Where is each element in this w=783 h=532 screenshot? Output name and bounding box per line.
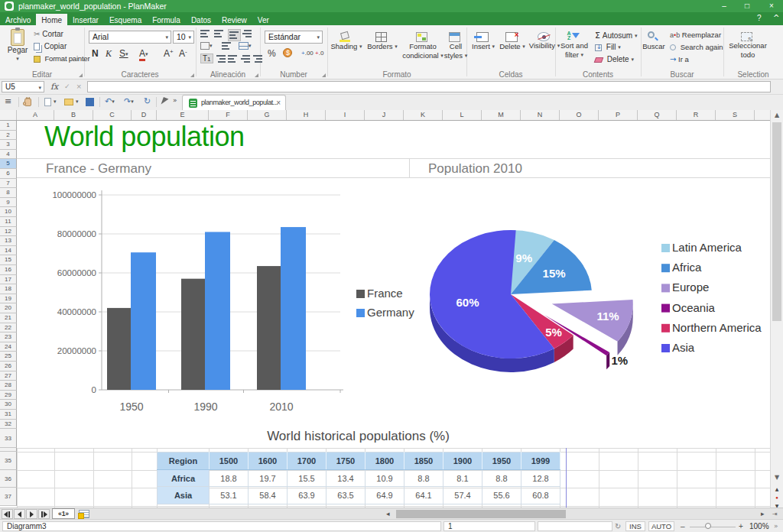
column-header-H[interactable]: H [287, 110, 326, 120]
number-format-combo[interactable]: Estándar▾ [265, 31, 323, 44]
valign-icon-0[interactable] [200, 29, 210, 38]
active-sheet-tab[interactable]: «1» [52, 508, 75, 519]
table-cell[interactable]: 64.9 [366, 487, 404, 504]
sort-filter-button[interactable]: AZSort and filter ▾ [557, 29, 592, 72]
column-header-R[interactable]: R [677, 110, 716, 120]
table-header-cell[interactable]: Region [158, 453, 210, 470]
confirm-icon[interactable]: ✓ [64, 83, 70, 90]
column-header-C[interactable]: C [93, 110, 132, 120]
table-cell[interactable]: 55.6 [482, 487, 521, 504]
column-headers[interactable]: ABCDEFGHIJKLMNOPQRS [0, 110, 783, 121]
format-painter-button[interactable]: Format painter [34, 54, 89, 63]
minimize-button[interactable]: – [714, 0, 734, 11]
autosum-button[interactable]: Σ Autosum ▾ [595, 31, 638, 41]
table-cell[interactable]: 8.1 [443, 470, 482, 487]
table-cell[interactable]: 12.8 [521, 470, 560, 487]
row-header-11[interactable]: 11 [0, 217, 17, 227]
tab-close-icon[interactable]: × [276, 99, 281, 107]
prev-object-icon[interactable]: ▲ [772, 486, 781, 492]
more-icon[interactable]: » [173, 96, 177, 104]
cancel-icon[interactable]: × [76, 82, 81, 91]
dialog-launcher-icon[interactable] [79, 73, 83, 77]
font-color-button[interactable]: A▾ [139, 48, 148, 59]
column-header-A[interactable]: A [17, 110, 54, 120]
close-button[interactable]: × [762, 0, 781, 11]
vertical-scroll-thumb[interactable] [772, 122, 781, 321]
scroll-down-icon[interactable]: ▼ [771, 474, 783, 481]
table-cell[interactable]: 18.8 [210, 470, 249, 487]
split-handle-icon[interactable]: ⇥ [772, 511, 778, 517]
row-header-21[interactable]: 21 [0, 313, 17, 323]
scroll-left-icon[interactable]: ◂ [386, 510, 390, 518]
table-header-cell[interactable]: 1600 [249, 453, 288, 470]
table-cell[interactable]: 63.9 [288, 487, 327, 504]
ribbon-group-label[interactable]: Caracteres [84, 70, 196, 79]
column-header-D[interactable]: D [132, 110, 157, 120]
conditional-format-button[interactable]: Formato condicional ▾ [401, 29, 445, 72]
grow-font-button[interactable]: A+ [164, 48, 174, 59]
row-header-6[interactable]: 6 [0, 169, 17, 179]
table-cell[interactable]: 10.9 [366, 470, 404, 487]
row-header-25[interactable]: 25 [0, 352, 17, 362]
copy-button[interactable]: Copiar [34, 42, 67, 50]
scroll-up-icon[interactable]: ▲ [771, 112, 783, 118]
column-header-L[interactable]: L [443, 110, 482, 120]
table-cell[interactable]: 8.8 [482, 470, 521, 487]
row-header-9[interactable]: 9 [0, 198, 17, 208]
insert-cells-button[interactable]: Insert ▾ [469, 29, 497, 72]
row-header-7[interactable]: 7 [0, 179, 17, 189]
replace-button[interactable]: a•b Reemplazar [670, 31, 721, 39]
valign-icon-2[interactable] [228, 29, 241, 41]
row-header-36[interactable]: 36 [0, 470, 17, 488]
halign-icon-3[interactable] [252, 54, 262, 63]
shading-button[interactable]: Shading ▾ [329, 29, 364, 72]
table-cell[interactable]: 13.4 [327, 470, 366, 487]
row-header-28[interactable]: 28 [0, 381, 17, 391]
table-header-cell[interactable]: 1950 [482, 453, 521, 470]
column-header-G[interactable]: G [248, 110, 287, 120]
shrink-font-button[interactable]: A- [179, 48, 187, 59]
column-header-Q[interactable]: Q [638, 110, 677, 120]
vertical-scrollbar[interactable]: ▲ ▼ ▲ ● ▼ [770, 110, 783, 508]
goto-button[interactable]: → Ir a [670, 55, 689, 63]
row-header-20[interactable]: 20 [0, 303, 17, 313]
row-header-29[interactable]: 29 [0, 391, 17, 401]
row-header-14[interactable]: 14 [0, 246, 17, 256]
row-header-32[interactable]: 32 [0, 420, 17, 430]
table-header-cell[interactable]: 1700 [288, 453, 327, 470]
row-header-13[interactable]: 13 [0, 236, 17, 246]
table-cell[interactable]: Asia [158, 487, 210, 504]
font-size-combo[interactable]: 10▾ [173, 31, 194, 44]
halign-icon-0[interactable] [216, 54, 226, 63]
column-header-E[interactable]: E [157, 110, 209, 120]
row-header-18[interactable]: 18 [0, 284, 17, 294]
table-cell[interactable]: 63.5 [327, 487, 366, 504]
row-header-37[interactable]: 37 [0, 488, 17, 506]
table-cell[interactable]: 19.7 [249, 470, 288, 487]
valign-icon-3[interactable] [242, 29, 252, 38]
table-header-cell[interactable]: 1850 [404, 453, 443, 470]
row-header-4[interactable]: 4 [0, 150, 17, 160]
row-header-17[interactable]: 17 [0, 275, 17, 285]
select-all-button[interactable]: ⇖Seleccionar todo [728, 29, 768, 72]
dialog-launcher-icon[interactable] [322, 73, 326, 77]
column-header-F[interactable]: F [209, 110, 248, 120]
row-header-33[interactable]: 33 [0, 429, 17, 448]
column-header-O[interactable]: O [560, 110, 599, 120]
horizontal-scrollbar[interactable]: ◂ ▸ [386, 510, 768, 518]
table-header-cell[interactable]: 1900 [443, 453, 482, 470]
new-sheet-icon[interactable] [79, 510, 89, 518]
merge-cells-icon[interactable]: ▾ [239, 41, 252, 50]
scroll-right-icon[interactable]: ▸ [761, 510, 765, 518]
first-sheet-icon[interactable] [2, 509, 13, 519]
table-header-cell[interactable]: 1500 [210, 453, 249, 470]
row-header-23[interactable]: 23 [0, 332, 17, 342]
dialog-launcher-icon[interactable] [255, 73, 258, 77]
row-header-2[interactable]: 2 [0, 131, 17, 141]
halign-icon-2[interactable] [240, 54, 250, 63]
search-button[interactable]: Buscar [641, 29, 667, 72]
cell-name-box[interactable]: U5▾ [2, 81, 44, 92]
cell-styles-button[interactable]: Cell styles ▾ [440, 29, 471, 72]
cut-button[interactable]: ✂ Cortar [34, 30, 63, 38]
row-header-22[interactable]: 22 [0, 323, 17, 333]
